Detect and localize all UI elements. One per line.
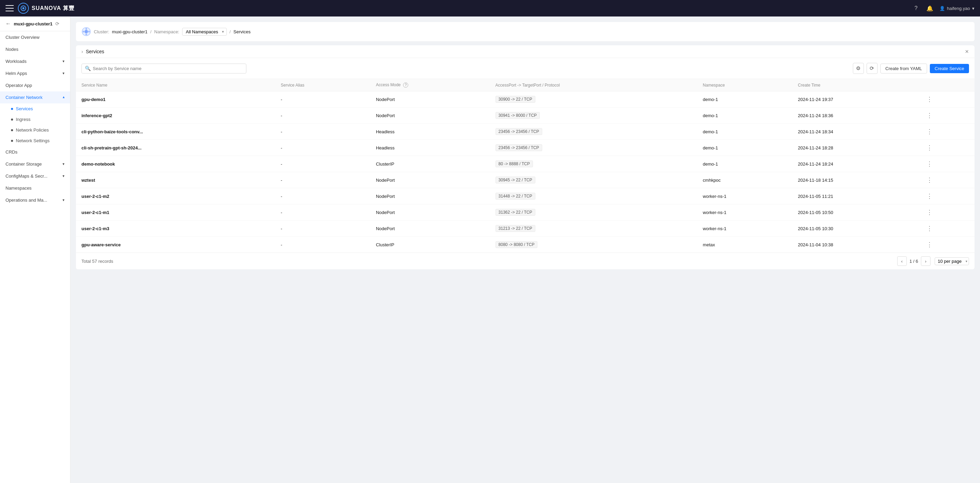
svg-point-3: [84, 30, 88, 33]
configmaps-chevron-icon: ▾: [62, 174, 65, 178]
namespace-cell: demo-1: [697, 91, 792, 108]
access-port-cell: 31362 -> 22 / TCP: [490, 204, 698, 221]
per-page-wrapper[interactable]: 10 per page 20 per page 50 per page: [935, 257, 969, 265]
next-page-button[interactable]: ›: [921, 256, 931, 266]
access-mode-cell: NodePort: [371, 108, 490, 124]
service-alias-cell: -: [275, 204, 371, 221]
col-access-mode: Access Mode ?: [371, 79, 490, 91]
search-wrapper: 🔍: [81, 64, 247, 73]
row-more-icon[interactable]: ⋮: [925, 191, 934, 201]
row-more-icon[interactable]: ⋮: [925, 159, 934, 169]
create-time-cell: 2024-11-04 10:38: [792, 237, 920, 253]
sidebar-item-configmaps[interactable]: ConfigMaps & Secr... ▾: [0, 170, 70, 182]
logo-icon: [18, 3, 29, 14]
access-mode-cell: ClusterIP: [371, 156, 490, 172]
cluster-label: Cluster:: [94, 29, 109, 34]
table-footer: Total 57 records ‹ 1 / 6 › 10 per page 2…: [76, 253, 975, 269]
sidebar-item-cluster-overview[interactable]: Cluster Overview: [0, 31, 70, 43]
user-menu[interactable]: 👤 haifeng.yao ▾: [939, 6, 975, 11]
top-navigation: SUANOVA 算豐 ? 🔔 👤 haifeng.yao ▾: [0, 0, 980, 16]
sidebar-item-container-network[interactable]: Container Network ▾: [0, 91, 70, 103]
settings-icon-button[interactable]: ⚙: [853, 63, 864, 74]
container-network-chevron-icon: ▾: [62, 95, 65, 100]
sidebar-item-services[interactable]: Services: [11, 103, 70, 114]
services-dot-icon: [11, 108, 13, 110]
table-row: user-2-c1-m1 - NodePort 31362 -> 22 / TC…: [76, 204, 975, 221]
access-port-cell: 8080 -> 8080 / TCP: [490, 237, 698, 253]
service-name-cell: user-2-c1-m3: [81, 226, 109, 231]
sidebar-item-container-storage[interactable]: Container Storage ▾: [0, 158, 70, 170]
service-name-cell: cli-python-baize-tools-conv...: [81, 129, 143, 134]
row-more-icon[interactable]: ⋮: [925, 175, 934, 185]
table-row: cli-python-baize-tools-conv... - Headles…: [76, 124, 975, 140]
access-port-cell: 80 -> 8888 / TCP: [490, 156, 698, 172]
access-mode-cell: NodePort: [371, 172, 490, 188]
col-service-name: Service Name: [76, 79, 275, 91]
menu-toggle[interactable]: [5, 4, 14, 13]
sidebar-item-network-policies[interactable]: Network Policies: [11, 125, 70, 135]
panel-close-icon[interactable]: ✕: [965, 49, 969, 54]
namespace-select[interactable]: All Namespaces: [182, 28, 227, 36]
search-input[interactable]: [81, 64, 247, 73]
app-title: SUANOVA 算豐: [32, 5, 75, 12]
per-page-select[interactable]: 10 per page 20 per page 50 per page: [935, 257, 969, 265]
sidebar-item-workloads[interactable]: Workloads ▾: [0, 55, 70, 67]
service-name-cell: user-2-c1-m1: [81, 210, 109, 215]
create-service-button[interactable]: Create Service: [930, 64, 969, 73]
container-network-submenu: Services Ingress Network Policies Networ…: [0, 103, 70, 146]
service-name-cell: cli-sh-pretrain-gpt-sh-2024...: [81, 145, 142, 151]
create-time-cell: 2024-11-24 18:24: [792, 156, 920, 172]
sidebar-item-crds[interactable]: CRDs: [0, 146, 70, 158]
namespace-cell: demo-1: [697, 108, 792, 124]
actions-cell: ⋮: [920, 204, 975, 221]
notification-icon[interactable]: 🔔: [926, 4, 934, 13]
refresh-icon[interactable]: ⟳: [55, 21, 59, 27]
panel-toggle-icon[interactable]: ›: [81, 49, 83, 54]
svg-point-5: [88, 31, 90, 33]
row-more-icon[interactable]: ⋮: [925, 224, 934, 233]
create-yaml-button[interactable]: Create from YAML: [880, 64, 927, 73]
row-more-icon[interactable]: ⋮: [925, 240, 934, 249]
help-icon[interactable]: ?: [912, 4, 920, 13]
sidebar-item-namespaces[interactable]: Namespaces: [0, 182, 70, 194]
separator-1: /: [150, 29, 151, 34]
table-row: gpu-demo1 - NodePort 30900 -> 22 / TCP d…: [76, 91, 975, 108]
sidebar-item-helm-apps[interactable]: Helm Apps ▾: [0, 67, 70, 79]
create-time-cell: 2024-11-24 18:28: [792, 140, 920, 156]
namespace-cell: demo-1: [697, 140, 792, 156]
access-mode-cell: NodePort: [371, 91, 490, 108]
cluster-header[interactable]: ← muxi-gpu-cluster1 ⟳: [0, 16, 70, 31]
workloads-chevron-icon: ▾: [62, 59, 65, 64]
sidebar-item-operations[interactable]: Operations and Ma... ▾: [0, 194, 70, 206]
namespace-cell: worker-ns-1: [697, 221, 792, 237]
row-more-icon[interactable]: ⋮: [925, 111, 934, 120]
prev-page-button[interactable]: ‹: [897, 256, 907, 266]
service-alias-cell: -: [275, 156, 371, 172]
create-time-cell: 2024-11-05 11:21: [792, 188, 920, 204]
sidebar-item-ingress[interactable]: Ingress: [11, 114, 70, 125]
row-more-icon[interactable]: ⋮: [925, 143, 934, 153]
row-more-icon[interactable]: ⋮: [925, 127, 934, 137]
refresh-icon-button[interactable]: ⟳: [867, 63, 878, 74]
namespace-select-wrapper[interactable]: All Namespaces: [182, 28, 227, 36]
access-mode-cell: Headless: [371, 140, 490, 156]
network-policies-dot-icon: [11, 129, 13, 131]
svg-point-6: [86, 28, 87, 30]
row-more-icon[interactable]: ⋮: [925, 94, 934, 104]
sidebar-item-network-settings[interactable]: Network Settings: [11, 135, 70, 146]
cluster-value: muxi-gpu-cluster1: [112, 29, 147, 34]
back-arrow-icon[interactable]: ←: [5, 21, 11, 27]
sidebar-item-nodes[interactable]: Nodes: [0, 43, 70, 55]
actions-cell: ⋮: [920, 172, 975, 188]
cluster-icon: [81, 27, 91, 37]
access-port-cell: 30945 -> 22 / TCP: [490, 172, 698, 188]
access-port-cell: 30941 -> 8000 / TCP: [490, 108, 698, 124]
row-more-icon[interactable]: ⋮: [925, 208, 934, 217]
access-mode-help-icon[interactable]: ?: [403, 83, 408, 87]
sidebar-item-operator-app[interactable]: Operator App: [0, 79, 70, 91]
user-chevron-icon: ▾: [972, 6, 975, 11]
create-time-cell: 2024-11-24 18:34: [792, 124, 920, 140]
namespace-cell: demo-1: [697, 124, 792, 140]
namespace-label: Namespace:: [154, 29, 179, 34]
service-name-cell: inference-gpt2: [81, 113, 112, 118]
